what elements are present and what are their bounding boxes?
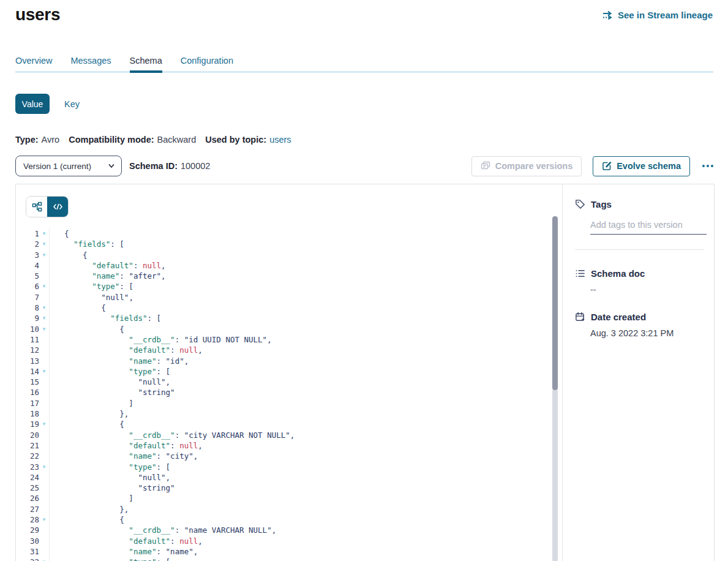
line-number: 11	[16, 334, 39, 345]
code-text: "__crdb__": "city VARCHAR NOT NULL",	[50, 430, 295, 440]
line-number: 31	[16, 546, 39, 557]
fold-toggle-icon[interactable]: ▾	[39, 462, 49, 472]
line-number: 27	[16, 504, 39, 514]
line-number: 19	[16, 419, 39, 429]
code-lines[interactable]: 1▾{2▾ "fields": [3▾ {4 "default": null,5…	[16, 228, 554, 561]
fold-toggle-icon[interactable]: ▾	[39, 250, 49, 260]
editor-scrollbar-thumb[interactable]	[552, 216, 558, 390]
code-text: {	[50, 303, 106, 313]
code-line: 1▾{	[16, 228, 554, 239]
code-view-button[interactable]	[47, 197, 68, 217]
line-number: 17	[16, 398, 39, 409]
fold-toggle-icon[interactable]: ▾	[39, 228, 49, 239]
fold-spacer	[39, 271, 49, 281]
code-text: "name": "after",	[50, 271, 166, 281]
fold-toggle-icon[interactable]: ▾	[39, 313, 49, 323]
more-options-button[interactable]	[701, 162, 715, 170]
line-number: 13	[16, 356, 39, 366]
code-line: 11 "__crdb__": "id UUID NOT NULL",	[16, 334, 554, 345]
code-text: "type": [	[50, 281, 133, 292]
fold-toggle-icon[interactable]: ▾	[39, 324, 49, 334]
code-text: "string"	[50, 387, 175, 397]
line-number: 15	[16, 377, 39, 387]
line-number: 10	[16, 324, 39, 334]
code-text: "name": "name",	[50, 546, 198, 557]
code-line: 20 "__crdb__": "city VARCHAR NOT NULL",	[16, 430, 554, 440]
fold-toggle-icon[interactable]: ▾	[39, 239, 49, 249]
code-line: 6▾ "type": [	[16, 281, 554, 292]
code-text: "type": [	[50, 462, 170, 472]
evolve-schema-button[interactable]: Evolve schema	[593, 156, 690, 176]
tab-schema[interactable]: Schema	[130, 55, 162, 71]
compatibility-label: Compatibility mode:	[69, 135, 154, 145]
code-text: },	[50, 409, 129, 419]
code-line: 15 "null",	[16, 377, 554, 387]
value-toggle-button[interactable]: Value	[15, 94, 50, 114]
fold-toggle-icon[interactable]: ▾	[39, 281, 49, 292]
code-text: "null",	[50, 377, 170, 387]
code-line: 21 "default": null,	[16, 440, 554, 451]
line-number: 21	[16, 440, 39, 451]
stream-lineage-link[interactable]: See in Stream lineage	[602, 10, 713, 20]
line-number: 8	[16, 303, 39, 313]
fold-spacer	[39, 525, 49, 535]
compare-versions-label: Compare versions	[495, 161, 573, 171]
code-text: {	[50, 324, 124, 334]
compare-versions-button[interactable]: Compare versions	[471, 156, 582, 176]
controls-row: Version 1 (current) Schema ID: 100002	[15, 156, 715, 176]
tab-messages[interactable]: Messages	[70, 55, 111, 71]
code-line: 5 "name": "after",	[16, 271, 554, 281]
fold-spacer	[39, 493, 49, 503]
line-number: 6	[16, 281, 39, 292]
fold-toggle-icon[interactable]: ▾	[39, 514, 49, 525]
line-number: 24	[16, 472, 39, 483]
date-created-title: Date created	[591, 312, 646, 322]
topic-link[interactable]: users	[269, 135, 291, 145]
code-text: "fields": [	[50, 313, 161, 323]
code-text: "name": "id",	[50, 356, 189, 366]
fold-toggle-icon[interactable]: ▾	[39, 557, 49, 561]
line-number: 3	[16, 250, 39, 260]
code-text: "default": null,	[50, 536, 203, 546]
fold-spacer	[39, 546, 49, 557]
code-line: 7 "null",	[16, 292, 554, 303]
code-text: ]	[50, 398, 133, 409]
tab-bar: Overview Messages Schema Configuration	[15, 55, 713, 73]
code-line: 8▾ {	[16, 303, 554, 313]
fold-toggle-icon[interactable]: ▾	[39, 366, 49, 377]
compare-versions-icon	[481, 161, 490, 171]
code-line: 26 ]	[16, 493, 554, 503]
code-text: "name": "city",	[50, 451, 198, 461]
date-created-value: Aug. 3 2022 3:21 PM	[590, 328, 704, 338]
fold-spacer	[39, 334, 49, 345]
version-select[interactable]: Version 1 (current)	[15, 156, 122, 176]
code-line: 18 },	[16, 409, 554, 419]
code-text: "__crdb__": "name VARCHAR NULL",	[50, 525, 276, 535]
line-number: 22	[16, 451, 39, 461]
tab-configuration[interactable]: Configuration	[181, 55, 233, 71]
list-icon	[575, 268, 585, 279]
tags-input[interactable]	[590, 217, 707, 235]
line-number: 26	[16, 493, 39, 503]
fold-spacer	[39, 398, 49, 409]
line-number: 2	[16, 239, 39, 249]
fold-toggle-icon[interactable]: ▾	[39, 419, 49, 429]
fold-spacer	[39, 536, 49, 546]
fold-spacer	[39, 345, 49, 355]
schema-doc-title: Schema doc	[591, 268, 645, 279]
fold-spacer	[39, 356, 49, 366]
code-text: "type": [	[50, 557, 170, 561]
tree-view-button[interactable]	[26, 197, 47, 217]
fold-spacer	[39, 483, 49, 493]
schema-meta-row: Type: Avro Compatibility mode: Backward …	[15, 135, 291, 145]
key-toggle-button[interactable]: Key	[64, 99, 80, 109]
tab-overview[interactable]: Overview	[15, 55, 52, 71]
code-line: 9▾ "fields": [	[16, 313, 554, 323]
line-number: 9	[16, 313, 39, 323]
tree-view-icon	[32, 201, 42, 212]
code-text: "__crdb__": "id UUID NOT NULL",	[50, 334, 272, 345]
fold-spacer	[39, 430, 49, 440]
fold-toggle-icon[interactable]: ▾	[39, 303, 49, 313]
line-number: 30	[16, 536, 39, 546]
code-line: 22 "name": "city",	[16, 451, 554, 461]
